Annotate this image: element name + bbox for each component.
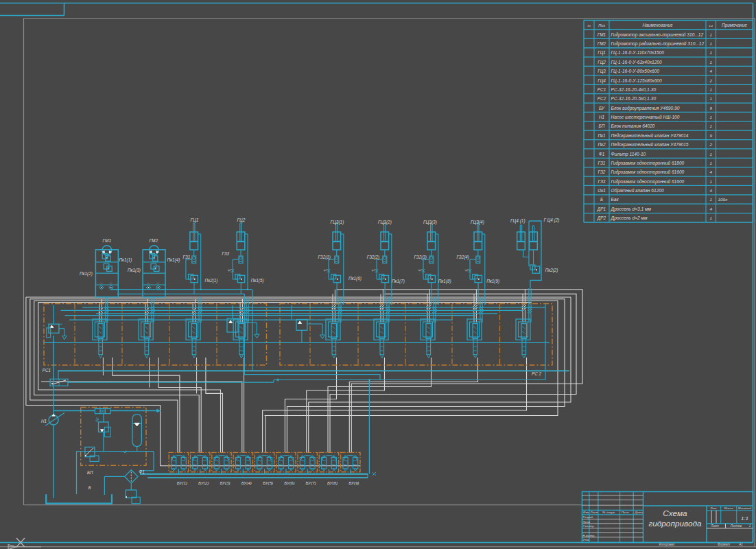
svg-text:Пк1(4): Пк1(4) [167,257,180,263]
svg-text:4: 4 [710,207,713,211]
svg-text:РС-32-16-20-4х0,1-30: РС-32-16-20-4х0,1-30 [611,87,657,92]
svg-text:Блок питания 64020: Блок питания 64020 [611,124,655,128]
svg-text:ГМ2: ГМ2 [598,41,606,46]
svg-text:Примечание: Примечание [722,23,747,28]
svg-text:Листов: Листов [730,524,742,528]
svg-text:1: 1 [710,32,712,37]
svg-text:1: 1 [710,197,712,202]
svg-text:Наименование: Наименование [642,23,673,27]
svg-text:ГЦ3(4): ГЦ3(4) [471,220,484,225]
svg-text:ГЗ1: ГЗ1 [598,161,606,165]
svg-text:Дроссель d=3,1 мм: Дроссель d=3,1 мм [611,207,652,212]
svg-text:БУ(7): БУ(7) [306,480,316,485]
svg-text:1: 1 [710,96,712,101]
svg-text:Т.контр.: Т.контр. [583,524,595,528]
svg-text:др1: др1 [372,269,375,272]
svg-text:Гидрозамок односторонний 61600: Гидрозамок односторонний 61600 [611,179,685,185]
svg-text:ГЗ2(3): ГЗ2(3) [414,255,427,260]
svg-text:Б: Б [600,197,603,202]
svg-text:Пк1(6): Пк1(6) [349,276,362,281]
svg-text:ГМ1: ГМ1 [103,238,112,243]
svg-text:9: 9 [710,106,713,110]
svg-text:ГЗ2(2): ГЗ2(2) [367,255,379,260]
svg-text:БУ(5): БУ(5) [263,480,273,485]
svg-text:Лит.: Лит. [709,506,717,510]
svg-text:БУ(6): БУ(6) [284,480,294,485]
svg-text:Пк2(2): Пк2(2) [545,268,558,273]
svg-text:1: 1 [710,115,712,119]
svg-text:1: 1 [710,87,712,92]
svg-text:БУ(3): БУ(3) [220,480,230,485]
svg-text:Масштаб: Масштаб [738,506,752,510]
svg-text:1: 1 [710,161,712,165]
svg-text:2: 2 [709,78,713,83]
svg-text:ГЦ-1-16-0-У-80х50х600: ГЦ-1-16-0-У-80х50х600 [611,69,660,74]
svg-text:9: 9 [710,133,713,138]
svg-text:др1: др1 [324,269,327,272]
svg-text:БП: БП [599,124,605,128]
svg-text:Копировал: Копировал [659,543,675,546]
svg-text:Пк1(3): Пк1(3) [128,268,141,273]
svg-text:№ докум.: № докум. [602,511,615,514]
svg-text:Ок1: Ок1 [156,282,160,284]
svg-text:Блок гидроуправления У4690.90: Блок гидроуправления У4690.90 [611,106,680,111]
svg-text:Лист: Лист [710,524,719,528]
svg-text:Дата: Дата [635,511,643,514]
svg-text:ГЗ2(1): ГЗ2(1) [318,255,331,260]
svg-text:БУ(1): БУ(1) [177,480,187,485]
svg-text:РС1: РС1 [43,368,51,373]
svg-text:Пк1(8): Пк1(8) [438,279,451,284]
svg-text:к-в: к-в [709,24,713,27]
svg-text:ГЦ-1-16-0-У-125х80х600: ГЦ-1-16-0-У-125х80х600 [611,78,663,84]
svg-text:Лист: Лист [590,511,598,514]
svg-text:РС2: РС2 [598,96,606,101]
svg-text:Формат: Формат [718,543,730,546]
svg-text:Педохранительный клапан У47901: Педохранительный клапан У479015 [611,142,689,148]
svg-text:ГЦ-1-16-0-У-63х40х1200: ГЦ-1-16-0-У-63х40х1200 [611,60,663,65]
svg-text:ГЦ1: ГЦ1 [191,218,199,223]
svg-text:1: 1 [710,41,712,46]
svg-text:Гидрозамок односторонний 61800: Гидрозамок односторонний 61800 [611,161,685,166]
svg-text:Ок1: Ок1 [147,282,150,284]
svg-text:БУ(4): БУ(4) [241,480,252,485]
svg-text:Пк1(1): Пк1(1) [119,257,132,263]
svg-text:Зн: Зн [587,24,591,27]
svg-text:ГМ1: ГМ1 [598,32,606,37]
svg-text:ГЗ3: ГЗ3 [222,251,229,256]
svg-text:Масса: Масса [724,506,733,510]
svg-text:1: 1 [710,60,712,65]
svg-text:ГЦ3(2): ГЦ3(2) [378,220,392,225]
svg-text:Гидромотор аксиально-поршневой: Гидромотор аксиально-поршневой 310...12 [611,32,704,38]
svg-text:БП: БП [87,470,93,475]
svg-text:РС 2: РС 2 [532,371,541,376]
svg-text:Пк1(2): Пк1(2) [80,271,93,277]
svg-text:1: 1 [710,124,712,128]
svg-text:Поз: Поз [598,23,605,27]
svg-text:ГЦ1: ГЦ1 [598,50,606,56]
svg-text:ГЗ2: ГЗ2 [598,170,606,174]
svg-text:1: 1 [710,215,712,220]
svg-text:Пк1(9): Пк1(9) [486,279,499,284]
svg-text:ГЗ2(4): ГЗ2(4) [457,255,469,260]
svg-text:Пк1(5): Пк1(5) [251,278,264,283]
svg-text:Пк1(7): Пк1(7) [392,279,405,284]
svg-text:1: 1 [710,179,712,184]
svg-text:Фильтр 1140-10: Фильтр 1140-10 [611,152,646,157]
svg-text:Подп.: Подп. [622,511,629,514]
svg-text:Гидромотор радиально-поршневой: Гидромотор радиально-поршневой 310...12 [611,41,705,47]
svg-text:ГЗ1: ГЗ1 [183,255,191,259]
svg-text:ГЦ4 (1): ГЦ4 (1) [510,218,525,224]
svg-text:А1: А1 [738,543,743,546]
svg-text:Изм: Изм [583,511,589,514]
svg-text:ГЗ3: ГЗ3 [598,179,606,184]
svg-text:ГЦ3: ГЦ3 [598,69,606,74]
svg-text:4: 4 [710,188,713,193]
svg-text:РС1: РС1 [598,87,606,92]
svg-text:ДР2: ДР2 [597,215,606,221]
svg-text:Пк1: Пк1 [598,133,606,138]
svg-text:Утв.: Утв. [583,538,590,541]
svg-text:Н.контр.: Н.контр. [583,534,595,537]
svg-text:ГЦ4: ГЦ4 [598,78,606,84]
svg-text:2: 2 [709,142,713,147]
svg-text:др1: др1 [228,269,231,272]
